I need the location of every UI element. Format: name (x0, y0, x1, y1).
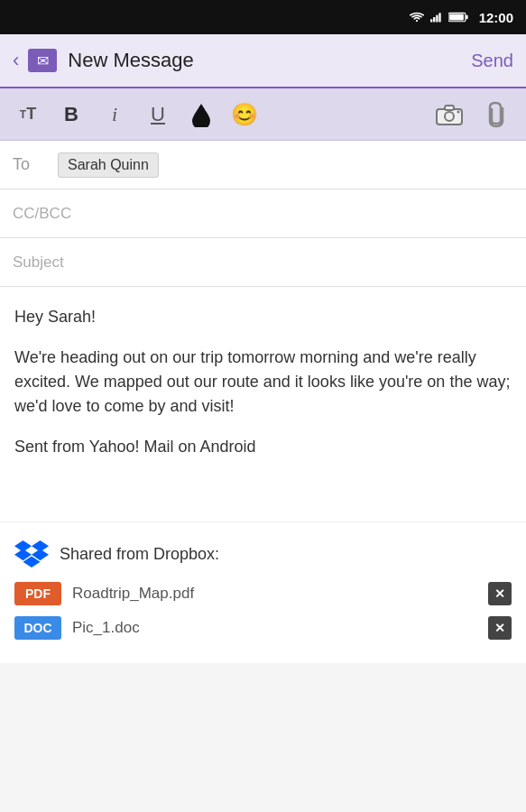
yahoo-mail-icon: ✉ (28, 49, 57, 72)
back-button[interactable]: ‹ (13, 49, 19, 72)
underline-button[interactable]: U (141, 97, 175, 132)
dropbox-header: Shared from Dropbox: (14, 539, 512, 569)
to-field-row: To Sarah Quinn (0, 141, 526, 189)
format-toolbar: TT B i U 😊 (0, 88, 526, 141)
svg-rect-0 (430, 19, 432, 22)
svg-rect-5 (466, 15, 467, 20)
top-bar: ‹ ✉ New Message Send (0, 34, 526, 88)
dropbox-section: Shared from Dropbox: PDF Roadtrip_Map.pd… (0, 521, 526, 663)
send-button[interactable]: Send (471, 51, 513, 71)
email-body[interactable]: Hey Sarah! We're heading out on our trip… (0, 287, 526, 521)
text-size-button[interactable]: TT (11, 97, 45, 132)
file-row-doc: DOC Pic_1.doc ✕ (14, 616, 512, 640)
wifi-icon (409, 11, 425, 23)
dropbox-logo-icon (14, 539, 49, 569)
doc-badge: DOC (14, 616, 61, 640)
battery-icon (448, 12, 468, 23)
status-time: 12:00 (479, 10, 513, 25)
pdf-filename: Roadtrip_Map.pdf (72, 585, 477, 603)
emoji-button[interactable]: 😊 (227, 97, 262, 132)
svg-rect-9 (445, 106, 454, 110)
doc-remove-button[interactable]: ✕ (488, 616, 512, 640)
body-main: We're heading out on our trip tomorrow m… (14, 346, 512, 419)
svg-point-10 (457, 110, 460, 113)
attach-button[interactable] (477, 97, 515, 132)
dropbox-title: Shared from Dropbox: (60, 545, 219, 564)
svg-rect-2 (436, 15, 438, 23)
ccbcc-input[interactable] (13, 205, 513, 223)
doc-filename: Pic_1.doc (72, 619, 477, 637)
subject-field-row (0, 238, 526, 287)
to-label: To (13, 155, 58, 174)
svg-rect-1 (433, 17, 435, 22)
italic-button[interactable]: i (97, 97, 132, 132)
svg-rect-3 (438, 13, 440, 22)
status-icons: 12:00 (409, 10, 513, 25)
pdf-badge: PDF (14, 582, 61, 605)
page-title: New Message (68, 49, 471, 72)
file-row-pdf: PDF Roadtrip_Map.pdf ✕ (14, 582, 512, 605)
svg-rect-6 (449, 14, 464, 20)
ccbcc-field-row (0, 189, 526, 238)
color-picker-button[interactable] (184, 97, 218, 132)
status-bar: 12:00 (0, 0, 526, 34)
subject-input[interactable] (13, 254, 513, 272)
body-greeting: Hey Sarah! (14, 305, 512, 329)
body-signature: Sent from Yahoo! Mail on Android (14, 435, 512, 459)
camera-button[interactable] (430, 97, 468, 132)
bold-button[interactable]: B (54, 97, 88, 132)
signal-icon (430, 11, 443, 23)
to-recipient-chip[interactable]: Sarah Quinn (58, 152, 159, 178)
pdf-remove-button[interactable]: ✕ (488, 582, 512, 605)
